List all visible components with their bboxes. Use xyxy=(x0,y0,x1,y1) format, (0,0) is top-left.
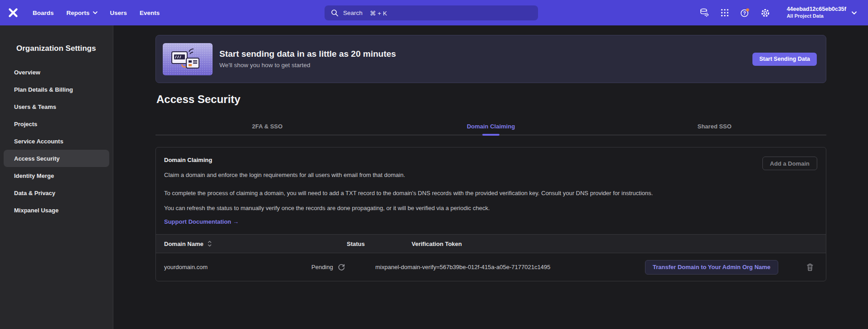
support-documentation-link[interactable]: Support Documentation → xyxy=(164,218,239,225)
sidebar-item-plan-details-billing[interactable]: Plan Details & Billing xyxy=(4,81,109,98)
refresh-status-button[interactable] xyxy=(338,263,345,271)
actions-cell: Transfer Domain to Your Admin Org Name xyxy=(645,260,818,275)
card-title: Domain Claiming xyxy=(164,157,653,164)
table-row: yourdomain.com Pending mixpanel-domain-v… xyxy=(156,253,826,281)
access-security-tabs: 2FA & SSO Domain Claiming Shared SSO xyxy=(155,118,826,135)
data-settings-icon[interactable] xyxy=(699,7,710,18)
banner-illustration xyxy=(163,43,213,75)
column-header-domain-name: Domain Name xyxy=(164,241,311,247)
status-badge: Pending xyxy=(311,264,333,270)
start-sending-data-button[interactable]: Start Sending Data xyxy=(752,53,817,66)
tab-domain-claiming[interactable]: Domain Claiming xyxy=(379,118,602,135)
domain-claiming-card: Domain Claiming Claim a domain and enfor… xyxy=(155,147,826,281)
sidebar-item-identity-merge[interactable]: Identity Merge xyxy=(4,167,109,184)
question-badge-glyph: ? xyxy=(740,8,750,18)
gear-icon[interactable] xyxy=(760,7,771,18)
sidebar-item-overview[interactable]: Overview xyxy=(4,64,109,81)
sidebar-item-access-security[interactable]: Access Security xyxy=(4,150,109,167)
navbar-right: ? 44eebad12c65eb0c35f All Project Data xyxy=(699,6,857,19)
domain-cell: yourdomain.com xyxy=(164,264,311,270)
sidebar-item-projects[interactable]: Projects xyxy=(4,115,109,133)
svg-text:?: ? xyxy=(743,10,746,15)
apps-grid-icon[interactable] xyxy=(719,7,730,18)
domains-table: Domain Name Status Verification Token yo… xyxy=(156,234,826,281)
trash-icon xyxy=(806,263,814,271)
sidebar-nav: Overview Plan Details & Billing Users & … xyxy=(4,64,109,219)
column-header-status: Status xyxy=(311,241,375,247)
sidebar-title: Organization Settings xyxy=(16,44,113,54)
card-paragraph-3: You can refresh the status to manually v… xyxy=(164,204,653,213)
search-placeholder: Search xyxy=(343,10,363,16)
nav-users[interactable]: Users xyxy=(110,10,127,16)
nav-reports[interactable]: Reports xyxy=(67,10,97,16)
search-shortcut: ⌘ + K xyxy=(370,10,387,17)
transfer-domain-button[interactable]: Transfer Domain to Your Admin Org Name xyxy=(645,260,778,275)
notification-dot xyxy=(746,8,749,11)
tab-2fa-sso[interactable]: 2FA & SSO xyxy=(155,118,379,135)
main-content: Start sending data in as little as 20 mi… xyxy=(113,25,868,329)
devices-illustration xyxy=(168,46,207,72)
top-navbar: Boards Reports Users Events Search ⌘ + K xyxy=(0,0,868,25)
delete-domain-button[interactable] xyxy=(806,263,814,271)
mixpanel-logo-icon xyxy=(8,7,19,18)
status-cell: Pending xyxy=(311,263,375,271)
banner-subtitle: We'll show you how to get started xyxy=(219,61,396,69)
banner-texts: Start sending data in as little as 20 mi… xyxy=(219,49,396,69)
card-paragraph-2: To complete the process of claiming a do… xyxy=(164,188,653,198)
grid-dots-glyph xyxy=(720,8,729,17)
sidebar-item-mixpanel-usage[interactable]: Mixpanel Usage xyxy=(4,201,109,219)
nav-events[interactable]: Events xyxy=(140,10,160,16)
sort-icon xyxy=(208,241,212,247)
refresh-icon xyxy=(338,263,345,271)
card-description: Domain Claiming Claim a domain and enfor… xyxy=(164,157,653,225)
banner-title: Start sending data in as little as 20 mi… xyxy=(219,49,396,59)
column-header-verification-token: Verification Token xyxy=(375,241,645,247)
project-picker[interactable]: 44eebad12c65eb0c35f All Project Data xyxy=(787,6,857,19)
sidebar-item-users-teams[interactable]: Users & Teams xyxy=(4,98,109,115)
chevron-down-icon xyxy=(852,11,857,15)
card-head: Domain Claiming Claim a domain and enfor… xyxy=(156,147,826,225)
domain-name-header-label: Domain Name xyxy=(164,241,204,247)
sort-domain-name-button[interactable] xyxy=(208,241,212,247)
search-input[interactable]: Search ⌘ + K xyxy=(325,5,538,20)
chevron-down-icon xyxy=(93,11,97,14)
card-paragraph-1: Claim a domain and enforce the login req… xyxy=(164,171,653,180)
org-id: 44eebad12c65eb0c35f xyxy=(787,6,846,13)
nav-reports-label: Reports xyxy=(67,10,90,16)
table-header-row: Domain Name Status Verification Token xyxy=(156,234,826,253)
onboarding-banner: Start sending data in as little as 20 mi… xyxy=(155,35,826,83)
project-name: All Project Data xyxy=(787,13,846,20)
nav-boards[interactable]: Boards xyxy=(33,10,54,16)
sidebar-item-data-privacy[interactable]: Data & Privacy xyxy=(4,184,109,201)
tab-shared-sso[interactable]: Shared SSO xyxy=(603,118,826,135)
help-icon[interactable]: ? xyxy=(740,7,751,18)
sidebar-item-service-accounts[interactable]: Service Accounts xyxy=(4,133,109,150)
database-gear-glyph xyxy=(699,8,709,18)
gear-glyph xyxy=(761,8,770,18)
search-icon xyxy=(331,9,339,17)
org-settings-sidebar: Organization Settings Overview Plan Deta… xyxy=(0,25,113,329)
mixpanel-logo[interactable] xyxy=(7,7,19,19)
verification-token-cell: mixpanel-domain-verify=567b39be-012f-415… xyxy=(375,264,645,270)
page-title: Access Security xyxy=(156,93,826,106)
primary-nav: Boards Reports Users Events xyxy=(33,10,160,16)
add-domain-button[interactable]: Add a Domain xyxy=(762,157,817,170)
project-texts: 44eebad12c65eb0c35f All Project Data xyxy=(787,6,846,19)
